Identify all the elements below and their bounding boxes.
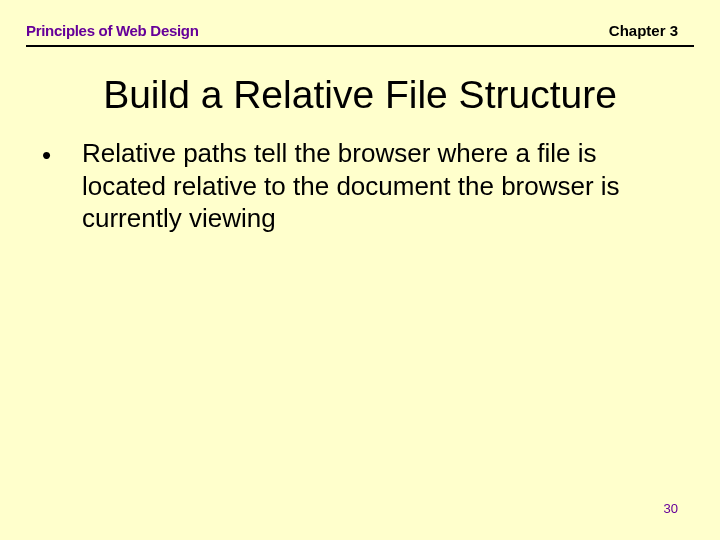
bullet-marker: • bbox=[42, 137, 82, 172]
header-right: Chapter 3 bbox=[609, 22, 678, 39]
page-number: 30 bbox=[664, 501, 678, 516]
slide-header: Principles of Web Design Chapter 3 bbox=[0, 0, 720, 45]
list-item: • Relative paths tell the browser where … bbox=[42, 137, 656, 235]
header-divider bbox=[26, 45, 694, 47]
slide-title: Build a Relative File Structure bbox=[26, 73, 694, 117]
bullet-text: Relative paths tell the browser where a … bbox=[82, 137, 656, 235]
bullet-list: • Relative paths tell the browser where … bbox=[42, 137, 656, 235]
header-left: Principles of Web Design bbox=[26, 22, 199, 39]
